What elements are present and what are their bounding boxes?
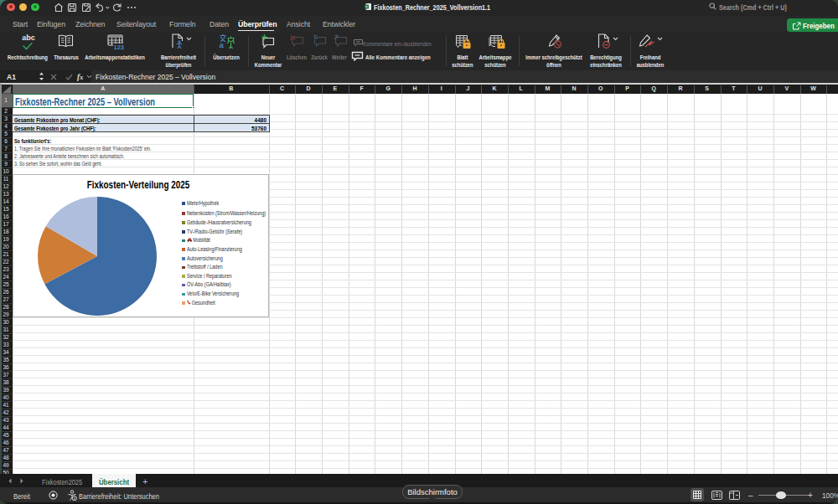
svg-text:123: 123 xyxy=(114,43,125,49)
svg-text:a: a xyxy=(220,40,225,49)
